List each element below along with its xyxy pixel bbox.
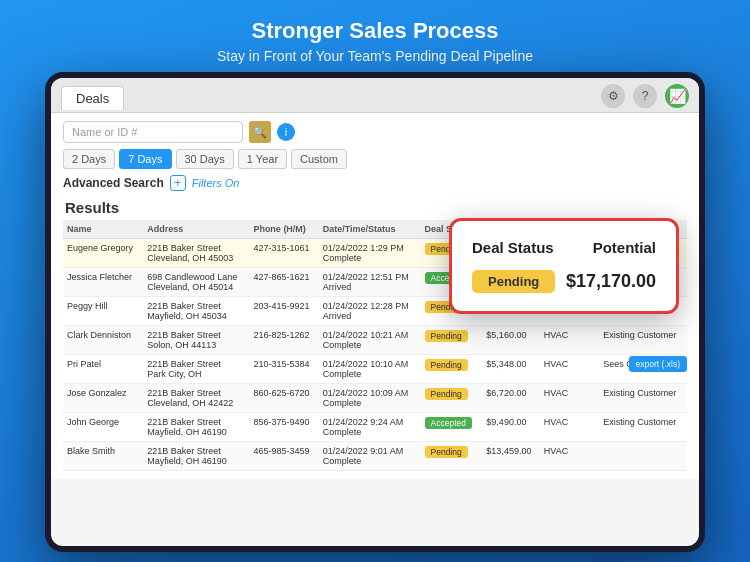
filter-30days[interactable]: 30 Days bbox=[176, 149, 234, 169]
cell-datetime: 01/24/2022 12:28 PMArrived bbox=[319, 297, 421, 326]
status-badge: Accepted bbox=[425, 417, 472, 429]
cell-lead: Existing Customer bbox=[599, 384, 687, 413]
cell-name: Blake Smith bbox=[63, 442, 143, 471]
cell-datetime: 01/24/2022 9:01 AMComplete bbox=[319, 442, 421, 471]
hero-subtitle: Stay in Front of Your Team's Pending Dea… bbox=[0, 48, 750, 64]
cell-phone: 210-315-5384 bbox=[249, 355, 318, 384]
table-row[interactable]: Pri Patel 221B Baker StreetPark City, OH… bbox=[63, 355, 687, 384]
cell-potential: $5,348.00 bbox=[482, 355, 539, 384]
cell-phone: 856-375-9490 bbox=[249, 413, 318, 442]
cell-datetime: 01/24/2022 10:10 AMComplete bbox=[319, 355, 421, 384]
advanced-search-label[interactable]: Advanced Search bbox=[63, 176, 164, 190]
cell-phone: 465-985-3459 bbox=[249, 442, 318, 471]
cell-trade: HVAC bbox=[540, 442, 599, 471]
table-row[interactable]: John George 221B Baker StreetMayfield, O… bbox=[63, 413, 687, 442]
cell-phone: 427-865-1621 bbox=[249, 268, 318, 297]
col-phone: Phone (H/M) bbox=[249, 220, 318, 239]
app-screen: Deals ⚙ ? 📈 Name or ID # 🔍 i 2 Days 7 Da… bbox=[51, 78, 699, 546]
cell-phone: 203-415-9921 bbox=[249, 297, 318, 326]
status-badge: Pending bbox=[425, 330, 468, 342]
cell-address: 221B Baker StreetCleveland, OH 42422 bbox=[143, 384, 249, 413]
cell-name: Peggy Hill bbox=[63, 297, 143, 326]
cell-lead bbox=[599, 442, 687, 471]
cell-status: Pending bbox=[421, 326, 483, 355]
status-badge: Pending bbox=[425, 359, 468, 371]
top-bar: Deals ⚙ ? 📈 bbox=[51, 78, 699, 113]
export-button[interactable]: export (.xls) bbox=[629, 356, 687, 372]
cell-name: John George bbox=[63, 413, 143, 442]
advanced-search-row: Advanced Search + Filters On bbox=[63, 175, 687, 191]
popup-values-row: Pending $17,170.00 bbox=[472, 270, 656, 293]
status-badge: Pending bbox=[425, 388, 468, 400]
cell-trade: HVAC bbox=[540, 384, 599, 413]
add-filter-icon[interactable]: + bbox=[170, 175, 186, 191]
status-badge: Pending bbox=[425, 446, 468, 458]
results-header: Results bbox=[63, 199, 119, 216]
cell-trade: HVAC bbox=[540, 355, 599, 384]
tab-deals[interactable]: Deals bbox=[61, 86, 124, 110]
cell-address: 221B Baker StreetPark City, OH bbox=[143, 355, 249, 384]
popup-status-badge: Pending bbox=[472, 270, 555, 293]
col-name: Name bbox=[63, 220, 143, 239]
search-row: Name or ID # 🔍 i bbox=[63, 121, 687, 143]
search-box[interactable]: Name or ID # bbox=[63, 121, 243, 143]
cell-datetime: 01/24/2022 1:29 PMComplete bbox=[319, 239, 421, 268]
cell-address: 698 Candlewood LaneCleveland, OH 45014 bbox=[143, 268, 249, 297]
top-icons: ⚙ ? 📈 bbox=[601, 84, 689, 112]
cell-potential: $13,459.00 bbox=[482, 442, 539, 471]
popup-amount: $17,170.00 bbox=[566, 271, 656, 292]
cell-status: Pending bbox=[421, 384, 483, 413]
help-icon[interactable]: ? bbox=[633, 84, 657, 108]
cell-address: 221B Baker StreetMayfield, OH 46190 bbox=[143, 442, 249, 471]
cell-status: Pending bbox=[421, 355, 483, 384]
cell-datetime: 01/24/2022 12:51 PMArrived bbox=[319, 268, 421, 297]
cell-address: 221B Baker StreetMayfield, OH 46190 bbox=[143, 413, 249, 442]
popup-potential-header: Potential bbox=[593, 239, 656, 256]
popup-header-row: Deal Status Potential bbox=[472, 239, 656, 256]
col-address: Address bbox=[143, 220, 249, 239]
info-icon[interactable]: i bbox=[277, 123, 295, 141]
cell-phone: 216-825-1262 bbox=[249, 326, 318, 355]
cell-potential: $9,490.00 bbox=[482, 413, 539, 442]
cell-trade: HVAC bbox=[540, 326, 599, 355]
cell-name: Eugene Gregory bbox=[63, 239, 143, 268]
col-datetime: Date/Time/Status bbox=[319, 220, 421, 239]
cell-trade: HVAC bbox=[540, 413, 599, 442]
cell-name: Jessica Fletcher bbox=[63, 268, 143, 297]
cell-datetime: 01/24/2022 10:09 AMComplete bbox=[319, 384, 421, 413]
cell-datetime: 01/24/2022 9:24 AMComplete bbox=[319, 413, 421, 442]
cell-status: Pending bbox=[421, 442, 483, 471]
cell-potential: $5,160.00 bbox=[482, 326, 539, 355]
table-row[interactable]: Clark Denniston 221B Baker StreetSolon, … bbox=[63, 326, 687, 355]
cell-datetime: 01/24/2022 10:21 AMComplete bbox=[319, 326, 421, 355]
filter-7days[interactable]: 7 Days bbox=[119, 149, 171, 169]
cell-status: Accepted bbox=[421, 413, 483, 442]
table-row[interactable]: Jose Gonzalez 221B Baker StreetCleveland… bbox=[63, 384, 687, 413]
filter-custom[interactable]: Custom bbox=[291, 149, 347, 169]
device-frame: Deals ⚙ ? 📈 Name or ID # 🔍 i 2 Days 7 Da… bbox=[45, 72, 705, 552]
search-placeholder: Name or ID # bbox=[72, 126, 137, 138]
filter-2days[interactable]: 2 Days bbox=[63, 149, 115, 169]
cell-phone: 427-315-1061 bbox=[249, 239, 318, 268]
popup-status-header: Deal Status bbox=[472, 239, 554, 256]
table-row[interactable]: Blake Smith 221B Baker StreetMayfield, O… bbox=[63, 442, 687, 471]
cell-lead: Existing Customer bbox=[599, 413, 687, 442]
deal-status-popup: Deal Status Potential Pending $17,170.00 bbox=[449, 218, 679, 314]
cell-potential: $6,720.00 bbox=[482, 384, 539, 413]
cell-lead: Existing Customer bbox=[599, 326, 687, 355]
cell-name: Pri Patel bbox=[63, 355, 143, 384]
cell-phone: 860-625-6720 bbox=[249, 384, 318, 413]
hero-title: Stronger Sales Process bbox=[0, 0, 750, 44]
filter-1year[interactable]: 1 Year bbox=[238, 149, 287, 169]
filter-row: 2 Days 7 Days 30 Days 1 Year Custom bbox=[63, 149, 687, 169]
gear-icon[interactable]: ⚙ bbox=[601, 84, 625, 108]
chart-icon[interactable]: 📈 bbox=[665, 84, 689, 108]
cell-name: Jose Gonzalez bbox=[63, 384, 143, 413]
cell-address: 221B Baker StreetSolon, OH 44113 bbox=[143, 326, 249, 355]
cell-name: Clark Denniston bbox=[63, 326, 143, 355]
cell-address: 221B Baker StreetCleveland, OH 45003 bbox=[143, 239, 249, 268]
filters-on-label: Filters On bbox=[192, 177, 240, 189]
cell-address: 221B Baker StreetMayfield, OH 45034 bbox=[143, 297, 249, 326]
search-button[interactable]: 🔍 bbox=[249, 121, 271, 143]
